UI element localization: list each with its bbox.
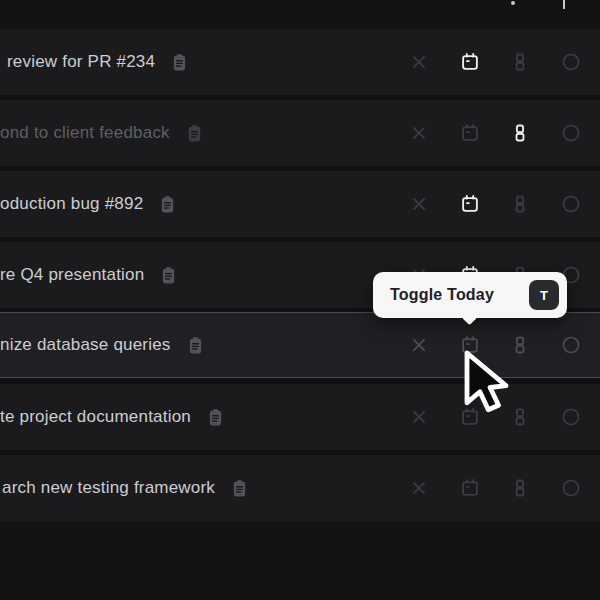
task-title: re Q4 presentation — [0, 265, 144, 285]
hourglass-icon[interactable] — [509, 334, 531, 356]
clipboard-notes-icon — [184, 123, 205, 144]
status-circle-icon[interactable] — [560, 193, 582, 215]
clipboard-notes-icon — [205, 407, 226, 428]
status-circle-icon[interactable] — [560, 406, 582, 428]
calendar-icon[interactable] — [459, 406, 481, 428]
task-main: review for PR #234 — [0, 29, 190, 95]
task-main: te project documentation — [0, 384, 226, 450]
clipboard-notes-icon — [185, 335, 206, 356]
task-main: arch new testing framework — [0, 455, 250, 521]
hourglass-icon[interactable] — [509, 51, 531, 73]
task-title: te project documentation — [0, 407, 191, 427]
task-row[interactable]: arch new testing framework — [0, 455, 600, 521]
task-row[interactable]: review for PR #234 — [0, 29, 600, 95]
task-main: nize database queries — [0, 313, 206, 377]
calendar-icon[interactable] — [459, 51, 481, 73]
task-title: review for PR #234 — [7, 52, 155, 72]
status-circle-icon[interactable] — [560, 122, 582, 144]
dismiss-x-icon[interactable] — [408, 122, 430, 144]
dismiss-x-icon[interactable] — [408, 334, 430, 356]
section-header-partial — [0, 0, 600, 29]
hourglass-icon[interactable] — [509, 193, 531, 215]
dismiss-x-icon[interactable] — [408, 477, 430, 499]
status-circle-icon[interactable] — [560, 334, 582, 356]
hourglass-icon[interactable] — [509, 477, 531, 499]
kebab-menu-icon[interactable] — [511, 1, 515, 5]
task-main: oduction bug #892 — [0, 171, 178, 237]
status-circle-icon[interactable] — [560, 477, 582, 499]
plus-icon[interactable] — [563, 0, 565, 9]
clipboard-notes-icon — [158, 265, 179, 286]
task-title: ond to client feedback — [0, 123, 170, 143]
bottom-bar — [0, 521, 600, 600]
tooltip-toggle-today: Toggle Today T — [373, 272, 567, 318]
shortcut-key-badge: T — [529, 280, 559, 310]
calendar-icon[interactable] — [459, 334, 481, 356]
tooltip-label: Toggle Today — [390, 286, 494, 304]
dismiss-x-icon[interactable] — [408, 193, 430, 215]
clipboard-notes-icon — [157, 194, 178, 215]
task-title: arch new testing framework — [2, 478, 215, 498]
task-row[interactable]: oduction bug #892 — [0, 171, 600, 237]
status-circle-icon[interactable] — [560, 51, 582, 73]
calendar-icon[interactable] — [459, 477, 481, 499]
task-main: re Q4 presentation — [0, 242, 179, 308]
task-title: oduction bug #892 — [0, 194, 143, 214]
calendar-icon[interactable] — [459, 122, 481, 144]
hourglass-icon[interactable] — [509, 406, 531, 428]
task-row-hovered[interactable]: nize database queries — [0, 312, 600, 378]
clipboard-notes-icon — [229, 478, 250, 499]
task-main: ond to client feedback — [0, 100, 205, 166]
task-title: nize database queries — [0, 335, 171, 355]
task-row[interactable]: ond to client feedback — [0, 100, 600, 166]
dismiss-x-icon[interactable] — [408, 406, 430, 428]
calendar-icon[interactable] — [459, 193, 481, 215]
dismiss-x-icon[interactable] — [408, 51, 430, 73]
hourglass-icon[interactable] — [509, 122, 531, 144]
app-window: review for PR #234 ond to client feedbac… — [0, 0, 600, 600]
clipboard-notes-icon — [169, 52, 190, 73]
task-row[interactable]: te project documentation — [0, 384, 600, 450]
